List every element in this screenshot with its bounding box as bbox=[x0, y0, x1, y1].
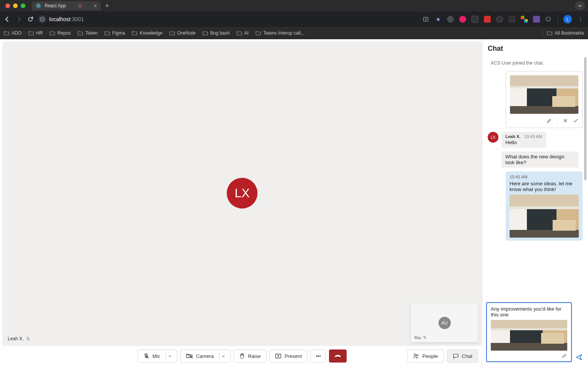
self-label: You bbox=[414, 335, 427, 340]
extension-icon-2[interactable] bbox=[459, 16, 466, 23]
camera-chevron[interactable] bbox=[219, 352, 225, 360]
browser-tab[interactable]: React App × bbox=[32, 1, 101, 10]
send-button[interactable] bbox=[574, 352, 584, 362]
window-close[interactable] bbox=[5, 3, 10, 8]
message-avatar: LX bbox=[488, 132, 498, 143]
new-tab-button[interactable]: + bbox=[103, 2, 111, 9]
message-text: Hello bbox=[505, 140, 542, 145]
install-app-icon[interactable] bbox=[422, 16, 429, 23]
bookmark-ado[interactable]: ADO bbox=[4, 30, 22, 36]
compose-area: Any improvements you'd like for this one… bbox=[482, 300, 588, 366]
back-button[interactable] bbox=[4, 16, 11, 22]
extension-icon-7[interactable] bbox=[521, 16, 528, 23]
compose-edit-icon[interactable] bbox=[562, 353, 567, 358]
url-box[interactable]: localhost:3001 bbox=[38, 15, 384, 23]
chat-toggle-button[interactable]: Chat bbox=[447, 349, 478, 363]
bookmark-onenote[interactable]: OneNote bbox=[169, 30, 196, 36]
incoming-message: What does the new design look like? bbox=[502, 151, 583, 168]
menu-icon[interactable]: ⋮ bbox=[577, 16, 584, 23]
participant-avatar: LX bbox=[227, 178, 257, 208]
mic-muted-icon bbox=[26, 336, 30, 341]
chat-messages[interactable]: ACS User joined the chat. LX Leah X. 10:… bbox=[482, 55, 588, 300]
message-time: 10:43 AM bbox=[524, 134, 542, 139]
scrollbar-thumb[interactable] bbox=[584, 57, 586, 180]
traffic-lights bbox=[5, 3, 25, 8]
forward-button[interactable] bbox=[15, 16, 22, 22]
system-message: ACS User joined the chat. bbox=[488, 58, 583, 67]
extensions-puzzle-icon[interactable] bbox=[545, 16, 552, 23]
svg-point-0 bbox=[38, 5, 39, 7]
browser-chrome: React App × + localhost:3001 ★ bbox=[0, 0, 588, 39]
bookmark-star-icon[interactable]: ★ bbox=[435, 16, 442, 23]
hangup-icon bbox=[334, 354, 341, 358]
app: LX Leah X. AU You Mic Camera bbox=[0, 39, 588, 366]
incoming-message: LX Leah X. 10:43 AM Hello bbox=[488, 132, 583, 148]
raise-hand-button[interactable]: Raise bbox=[234, 349, 266, 363]
bookmark-bugbash[interactable]: Bug bash bbox=[203, 30, 230, 36]
extension-icon-3[interactable] bbox=[472, 16, 478, 23]
window-maximize[interactable] bbox=[21, 3, 25, 8]
close-tab-icon[interactable]: × bbox=[94, 3, 97, 9]
chat-panel: Chat ACS User joined the chat. LX Leah X… bbox=[482, 39, 588, 366]
extension-icon-4[interactable] bbox=[484, 16, 491, 23]
self-video-tile[interactable]: AU You bbox=[411, 304, 478, 342]
self-avatar: AU bbox=[439, 317, 451, 329]
attachment-image[interactable] bbox=[510, 75, 578, 114]
extension-icon-8[interactable] bbox=[533, 16, 540, 23]
edit-image-icon[interactable] bbox=[546, 118, 552, 124]
reject-image-icon[interactable] bbox=[563, 118, 568, 124]
video-area: LX Leah X. AU You Mic Camera bbox=[0, 39, 482, 366]
attachment-image[interactable] bbox=[510, 195, 579, 238]
tab-title: React App bbox=[45, 3, 66, 8]
extension-icon-1[interactable] bbox=[447, 16, 454, 23]
bookmark-repos[interactable]: Repos bbox=[50, 30, 71, 36]
svg-point-9 bbox=[417, 354, 418, 356]
end-call-button[interactable] bbox=[329, 349, 347, 363]
bookmark-token[interactable]: Token bbox=[78, 30, 98, 36]
window-minimize[interactable] bbox=[13, 3, 18, 8]
message-text: What does the new design look like? bbox=[505, 154, 575, 165]
camera-button[interactable]: Camera bbox=[180, 349, 231, 363]
accept-image-icon[interactable] bbox=[573, 118, 578, 124]
profile-avatar[interactable]: L bbox=[563, 15, 572, 23]
extension-icon-5[interactable] bbox=[496, 16, 503, 23]
compose-attachment-image[interactable] bbox=[491, 320, 567, 351]
mic-off-icon bbox=[143, 353, 149, 359]
present-button[interactable]: Present bbox=[269, 349, 307, 363]
mic-muted-icon bbox=[423, 336, 427, 339]
mic-chevron[interactable] bbox=[166, 352, 171, 360]
message-author: Leah X. bbox=[505, 134, 520, 139]
present-icon bbox=[275, 353, 281, 359]
site-info-icon[interactable] bbox=[38, 15, 46, 23]
compose-box[interactable]: Any improvements you'd like for this one… bbox=[486, 302, 572, 362]
address-bar: localhost:3001 ★ L ⋮ bbox=[0, 12, 588, 27]
outgoing-message: 10:45 AM Here are some ideas, let me kno… bbox=[506, 171, 583, 241]
url-text: localhost:3001 bbox=[49, 16, 84, 22]
tab-bar: React App × + bbox=[0, 0, 588, 12]
extension-icon-6[interactable] bbox=[508, 16, 515, 23]
people-button[interactable]: People bbox=[407, 349, 443, 363]
participant-label: Leah X. bbox=[8, 336, 30, 341]
react-favicon-icon bbox=[35, 3, 42, 9]
bookmark-bar: ADO HR Repos Token Figma Knowledge OneNo… bbox=[0, 27, 588, 39]
compose-input[interactable]: Any improvements you'd like for this one… bbox=[491, 306, 567, 318]
all-bookmarks-button[interactable]: All Bookmarks bbox=[547, 30, 584, 36]
more-options-button[interactable]: ••• bbox=[311, 349, 326, 363]
bookmark-figma[interactable]: Figma bbox=[105, 30, 125, 36]
svg-point-8 bbox=[414, 354, 416, 356]
reload-button[interactable] bbox=[27, 16, 34, 22]
image-preview-card bbox=[506, 71, 583, 128]
tab-overflow-button[interactable] bbox=[575, 2, 585, 10]
recording-icon bbox=[78, 4, 82, 8]
mic-button[interactable]: Mic bbox=[138, 349, 177, 363]
bookmark-ai[interactable]: AI bbox=[237, 30, 249, 36]
bookmark-knowledge[interactable]: Knowledge bbox=[132, 30, 162, 36]
video-stage: LX Leah X. AU You bbox=[2, 42, 482, 346]
bookmark-hr[interactable]: HR bbox=[28, 30, 43, 36]
chat-icon bbox=[453, 353, 459, 359]
toolbar-icons: ★ L ⋮ bbox=[422, 15, 584, 23]
call-controls: Mic Camera Raise Present ••• bbox=[2, 346, 482, 366]
camera-off-icon bbox=[186, 353, 193, 359]
bookmark-teams[interactable]: Teams Interop call... bbox=[256, 30, 304, 36]
message-text: Here are some ideas, let me know what yo… bbox=[510, 181, 579, 192]
